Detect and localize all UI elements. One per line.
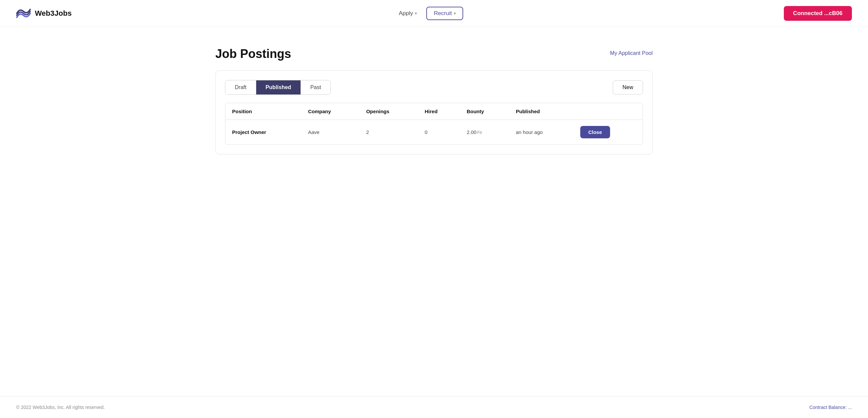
chevron-down-icon: ▾ — [454, 11, 456, 16]
nav-apply[interactable]: Apply ▾ — [392, 7, 424, 20]
logo[interactable]: Web3Jobs — [16, 7, 72, 20]
col-openings: Openings — [360, 103, 418, 120]
col-action — [574, 103, 643, 120]
new-button[interactable]: New — [613, 80, 643, 95]
tab-draft[interactable]: Draft — [225, 80, 256, 95]
col-hired: Hired — [418, 103, 460, 120]
cell-action: Close — [574, 120, 643, 145]
nav-apply-label: Apply — [399, 10, 413, 17]
cell-company: Aave — [302, 120, 360, 145]
tabs-row: Draft Published Past New — [225, 80, 643, 95]
logo-text: Web3Jobs — [35, 9, 72, 18]
header-nav: Apply ▾ Recruit ▾ — [392, 7, 463, 20]
cell-openings: 2 — [360, 120, 418, 145]
col-published: Published — [509, 103, 574, 120]
page-title: Job Postings — [215, 47, 291, 61]
nav-recruit[interactable]: Recruit ▾ — [426, 7, 463, 20]
col-bounty: Bounty — [460, 103, 509, 120]
footer: © 2022 Web3Jobs, Inc. All rights reserve… — [0, 396, 868, 418]
tabs: Draft Published Past — [225, 80, 331, 95]
footer-balance[interactable]: Contract Balance: ... — [809, 405, 852, 410]
main-content: Job Postings My Applicant Pool Draft Pub… — [199, 27, 669, 396]
bounty-unit: Fil — [477, 130, 482, 135]
page-header: Job Postings My Applicant Pool — [215, 47, 653, 61]
nav-recruit-label: Recruit — [434, 10, 452, 17]
logo-icon — [16, 7, 31, 20]
cell-position: Project Owner — [225, 120, 302, 145]
cell-published-time: an hour ago — [509, 120, 574, 145]
chevron-down-icon: ▾ — [415, 11, 417, 16]
bounty-value: 2.00 — [467, 129, 476, 135]
job-postings-card: Draft Published Past New Position Compan… — [215, 70, 653, 154]
close-button[interactable]: Close — [580, 126, 610, 138]
cell-bounty: 2.00Fil — [460, 120, 509, 145]
cell-hired: 0 — [418, 120, 460, 145]
applicant-pool-link[interactable]: My Applicant Pool — [610, 50, 653, 56]
tab-past[interactable]: Past — [301, 80, 330, 95]
header: Web3Jobs Apply ▾ Recruit ▾ Connected ...… — [0, 0, 868, 27]
job-postings-table-container: Position Company Openings Hired Bounty P… — [225, 103, 643, 145]
table-header-row: Position Company Openings Hired Bounty P… — [225, 103, 643, 120]
col-position: Position — [225, 103, 302, 120]
connected-button[interactable]: Connected ...cB06 — [784, 6, 852, 21]
col-company: Company — [302, 103, 360, 120]
table-row: Project Owner Aave 2 0 2.00Fil an hour a… — [225, 120, 643, 145]
job-postings-table: Position Company Openings Hired Bounty P… — [225, 103, 643, 144]
tab-published[interactable]: Published — [256, 80, 301, 95]
footer-copyright: © 2022 Web3Jobs, Inc. All rights reserve… — [16, 405, 105, 410]
